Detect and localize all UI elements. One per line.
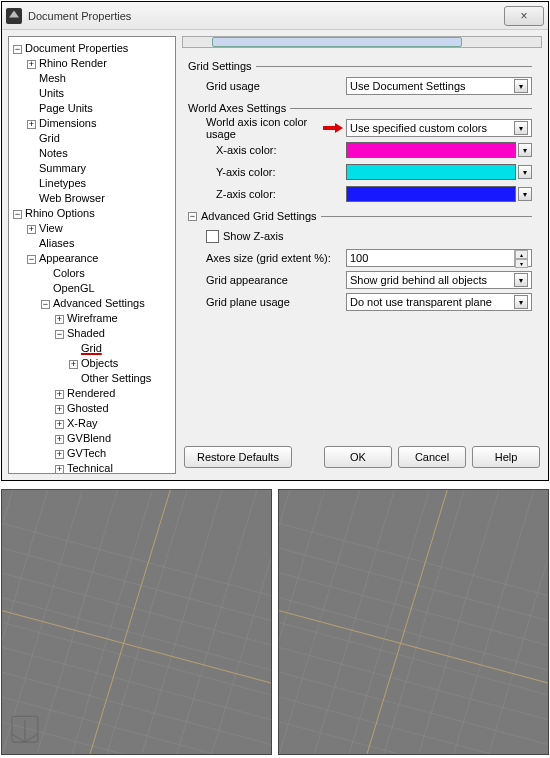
viewport-left[interactable] [1, 489, 272, 755]
combo-grid-usage[interactable]: Use Document Settings▾ [346, 77, 532, 95]
tree-item[interactable]: Rhino Render [39, 57, 107, 69]
tree-item[interactable]: Objects [81, 357, 118, 369]
tree-item[interactable]: Summary [39, 162, 86, 174]
tree-item[interactable]: Technical [67, 462, 113, 474]
chevron-down-icon[interactable]: ▾ [514, 79, 528, 93]
tree-item[interactable]: Page Units [39, 102, 93, 114]
close-button[interactable]: × [504, 6, 544, 26]
tree-item[interactable]: Aliases [39, 237, 74, 249]
expander-icon[interactable]: − [13, 45, 22, 54]
combo-world-axis-usage[interactable]: Use specified custom colors▾ [346, 119, 532, 137]
help-button[interactable]: Help [472, 446, 540, 468]
tree-item[interactable]: Web Browser [39, 192, 105, 204]
label-y-color: Y-axis color: [188, 166, 346, 178]
app-icon [6, 8, 22, 24]
color-z-axis[interactable] [346, 186, 516, 202]
tree-item[interactable]: Wireframe [67, 312, 118, 324]
label-grid-plane-usage: Grid plane usage [188, 296, 346, 308]
viewport-comparison: ✓ z y x [1, 489, 549, 755]
viewport-right[interactable]: ✓ z y x [278, 489, 549, 755]
spin-up-icon[interactable]: ▴ [515, 250, 528, 259]
group-expander-icon[interactable]: − [188, 212, 197, 221]
label-grid-appearance: Grid appearance [188, 274, 346, 286]
titlebar[interactable]: Document Properties × [2, 2, 548, 30]
tree-item[interactable]: Colors [53, 267, 85, 279]
tree-item[interactable]: Mesh [39, 72, 66, 84]
tree-item[interactable]: Units [39, 87, 64, 99]
group-adv-grid: Advanced Grid Settings [201, 210, 317, 222]
cancel-button[interactable]: Cancel [398, 446, 466, 468]
tree-item[interactable]: Linetypes [39, 177, 86, 189]
tree-panel[interactable]: −Document Properties +Rhino Render Mesh … [8, 36, 176, 474]
chevron-down-icon[interactable]: ▾ [518, 143, 532, 157]
tree-item[interactable]: Rendered [67, 387, 115, 399]
tree-item-selected[interactable]: Grid [81, 342, 102, 354]
tree-item[interactable]: Notes [39, 147, 68, 159]
settings-panel: Grid Settings Grid usage Use Document Se… [182, 36, 542, 474]
tree-rhinooptions[interactable]: Rhino Options [25, 207, 95, 219]
group-world-axes: World Axes Settings [188, 102, 286, 114]
label-z-color: Z-axis color: [188, 188, 346, 200]
label-show-z: Show Z-axis [223, 230, 284, 242]
tree-item[interactable]: Shaded [67, 327, 105, 339]
label-axes-size: Axes size (grid extent %): [188, 252, 346, 264]
tree-item[interactable]: OpenGL [53, 282, 95, 294]
tree-item[interactable]: GVTech [67, 447, 106, 459]
color-y-axis[interactable] [346, 164, 516, 180]
chevron-down-icon[interactable]: ▾ [514, 273, 528, 287]
label-x-color: X-axis color: [188, 144, 346, 156]
horizontal-scrollbar[interactable] [182, 36, 542, 48]
checkbox-show-z[interactable] [206, 230, 219, 243]
document-properties-dialog: Document Properties × −Document Properti… [1, 1, 549, 481]
dialog-title: Document Properties [28, 10, 131, 22]
tree-item[interactable]: Appearance [39, 252, 98, 264]
spinner-axes-size[interactable]: 100▴▾ [346, 249, 532, 267]
chevron-down-icon[interactable]: ▾ [518, 165, 532, 179]
tree-item[interactable]: X-Ray [67, 417, 98, 429]
annotation-arrow-icon [323, 123, 343, 133]
tree-docprops[interactable]: Document Properties [25, 42, 128, 54]
chevron-down-icon[interactable]: ▾ [518, 187, 532, 201]
restore-defaults-button[interactable]: Restore Defaults [184, 446, 292, 468]
color-x-axis[interactable] [346, 142, 516, 158]
label-grid-usage: Grid usage [188, 80, 346, 92]
chevron-down-icon[interactable]: ▾ [514, 295, 528, 309]
tree-item[interactable]: View [39, 222, 63, 234]
tree-item[interactable]: GVBlend [67, 432, 111, 444]
tree-item[interactable]: Dimensions [39, 117, 96, 129]
tree-item[interactable]: Ghosted [67, 402, 109, 414]
tree-item[interactable]: Advanced Settings [53, 297, 145, 309]
ok-button[interactable]: OK [324, 446, 392, 468]
chevron-down-icon[interactable]: ▾ [514, 121, 528, 135]
dialog-buttons: Restore Defaults OK Cancel Help [182, 440, 542, 474]
svg-marker-0 [323, 123, 343, 133]
combo-grid-appearance[interactable]: Show grid behind all objects▾ [346, 271, 532, 289]
label-world-axis-usage: World axis icon color usage [188, 116, 346, 140]
combo-grid-plane-usage[interactable]: Do not use transparent plane▾ [346, 293, 532, 311]
spin-down-icon[interactable]: ▾ [515, 259, 528, 268]
tree-item[interactable]: Other Settings [81, 372, 151, 384]
tree-item[interactable]: Grid [39, 132, 60, 144]
group-grid-settings: Grid Settings [188, 60, 252, 72]
